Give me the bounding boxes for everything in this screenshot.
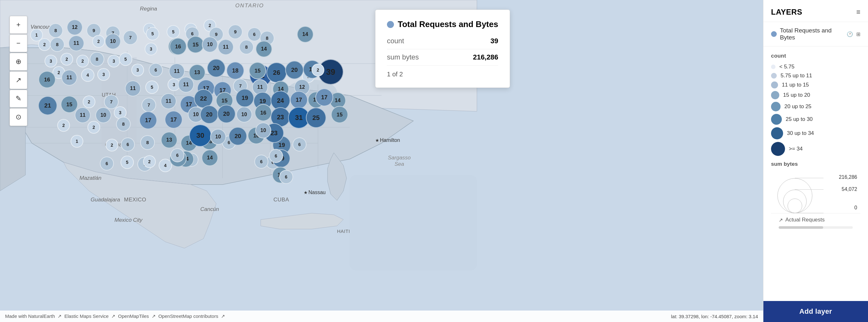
layer-clock-icon[interactable]: 🕐 [847,31,853,37]
cluster-bubble[interactable]: 12 [67,20,83,35]
cluster-bubble[interactable]: 10 [236,107,252,122]
cluster-bubble[interactable]: 6 [247,27,261,41]
cluster-bubble[interactable]: 2 [92,35,105,48]
cluster-bubble[interactable]: 20 [207,59,225,77]
cluster-bubble[interactable]: 11 [169,63,185,79]
cluster-bubble[interactable]: 13 [189,64,206,81]
zoom-in-button[interactable]: + [9,16,27,34]
cluster-bubble[interactable]: 15 [187,36,204,53]
cluster-bubble[interactable]: 11 [68,35,84,51]
cluster-bubble[interactable]: 21 [38,96,57,115]
tooltip-dot [387,21,394,28]
layer-row[interactable]: Total Requests and Bytes 🕐 ⊞ [764,22,868,47]
map-container[interactable]: Regina ONTARIO Vancouver St. John's Char… [0,0,763,322]
cluster-bubble[interactable]: 11 [125,81,141,96]
cluster-bubble[interactable]: 5 [146,27,159,40]
cluster-bubble[interactable]: 11 [75,107,91,123]
layer-grid-icon[interactable]: ⊞ [856,31,860,37]
cluster-bubble[interactable]: 6 [292,138,307,151]
panel-menu-icon[interactable]: ≡ [856,8,860,16]
cluster-bubble[interactable]: 5 [166,25,180,38]
cluster-bubble[interactable]: 11 [178,77,194,93]
cluster-bubble[interactable]: 25 [306,108,326,128]
cluster-bubble[interactable]: 5 [119,53,132,66]
cluster-bubble[interactable]: 2 [57,119,70,132]
cluster-bubble[interactable]: 14 [297,26,313,42]
cluster-bubble[interactable]: 2 [105,139,118,151]
cluster-bubble[interactable]: 3 [44,55,57,67]
cluster-bubble[interactable]: 20 [217,105,236,123]
cluster-bubble[interactable]: 6 [121,138,135,151]
cluster-bubble[interactable]: 14 [202,150,218,166]
cluster-bubble[interactable]: 30 [189,124,211,147]
cluster-bubble[interactable]: 6 [170,148,184,162]
cluster-bubble[interactable]: 7 [104,94,119,109]
cluster-bubble[interactable]: 10 [255,122,271,138]
cluster-bubble[interactable]: 10 [105,33,121,49]
cluster-bubble[interactable]: 20 [285,61,304,79]
cluster-bubble[interactable]: 11 [161,93,177,109]
tooltip-bytes-row: sum bytes 216,286 [387,53,498,65]
cluster-bubble[interactable]: 3 [107,55,120,67]
cluster-bubble[interactable]: 2 [60,53,73,65]
location-button[interactable]: ⊙ [9,108,27,126]
cluster-bubble[interactable]: 4 [81,68,94,82]
cluster-bubble[interactable]: 9 [228,25,243,39]
cluster-bubble[interactable]: 1 [70,135,83,148]
scrollbar[interactable] [779,226,853,229]
cluster-bubble[interactable]: 11 [218,39,234,55]
cluster-bubble[interactable]: 2 [143,155,156,168]
cluster-bubble[interactable]: 18 [226,62,244,80]
cluster-bubble[interactable]: 2 [87,121,100,134]
cluster-bubble[interactable]: 17 [139,111,157,129]
cluster-bubble[interactable]: 7 [142,98,156,112]
cluster-bubble[interactable]: 6 [100,156,114,171]
cluster-bubble[interactable]: 8 [48,23,63,38]
cluster-bubble[interactable]: 2 [83,95,95,108]
cluster-bubble[interactable]: 16 [255,104,272,121]
draw-button[interactable]: ✎ [9,90,27,108]
cluster-bubble[interactable]: 15 [61,96,78,113]
cluster-bubble[interactable]: 13 [161,132,178,148]
cluster-bubble[interactable]: 5 [145,81,159,94]
cluster-bubble[interactable]: 7 [123,30,138,45]
cluster-bubble[interactable]: 6 [279,170,293,184]
cluster-bubble[interactable]: 6 [269,149,283,163]
add-layer-button[interactable]: Add layer [764,301,868,322]
cluster-bubble[interactable]: 17 [165,111,183,128]
actual-requests-link[interactable]: ↗ Actual Requests [771,213,860,226]
cluster-bubble[interactable]: 8 [90,52,104,66]
layer-color-dot [771,31,777,37]
cluster-bubble[interactable]: 6 [149,63,163,77]
cluster-bubble[interactable]: 8 [116,117,131,131]
cluster-bubble[interactable]: 8 [239,40,254,54]
cluster-bubble[interactable]: 2 [76,55,89,67]
cluster-bubble[interactable]: 3 [131,64,144,76]
cluster-bubble[interactable]: 3 [97,68,110,81]
cluster-bubble[interactable]: 17 [290,91,308,109]
cluster-bubble[interactable]: 10 [95,107,111,123]
cluster-bubble[interactable]: 5 [121,155,134,169]
cluster-bubble[interactable]: 14 [256,41,272,57]
cluster-bubble[interactable]: 8 [140,135,155,150]
cluster-bubble[interactable]: 11 [61,70,77,86]
cluster-bubble[interactable]: 15 [249,62,266,79]
cluster-bubble[interactable]: 3 [145,42,157,55]
compass-button[interactable]: ⊕ [9,53,27,70]
cluster-bubble[interactable]: 8 [50,37,65,52]
cluster-bubble[interactable]: 20 [200,105,218,124]
cluster-bubble[interactable]: 2 [312,64,324,76]
cluster-bubble[interactable]: 10 [202,37,218,53]
measure-button[interactable]: ↗ [9,71,27,89]
cluster-bubble[interactable]: 17 [315,88,333,106]
cluster-bubble[interactable]: 26 [267,62,287,83]
cluster-bubble[interactable]: 6 [254,155,268,169]
cluster-bubble[interactable]: 19 [236,89,254,107]
cluster-bubble[interactable]: 16 [169,38,187,55]
cluster-bubble[interactable]: 20 [228,127,247,145]
cluster-bubble[interactable]: 2 [38,38,51,51]
cluster-bubble[interactable]: 15 [331,106,348,123]
cluster-bubble[interactable]: 10 [210,129,226,145]
zoom-out-button[interactable]: − [9,34,27,52]
cluster-bubble[interactable]: 16 [38,71,56,88]
